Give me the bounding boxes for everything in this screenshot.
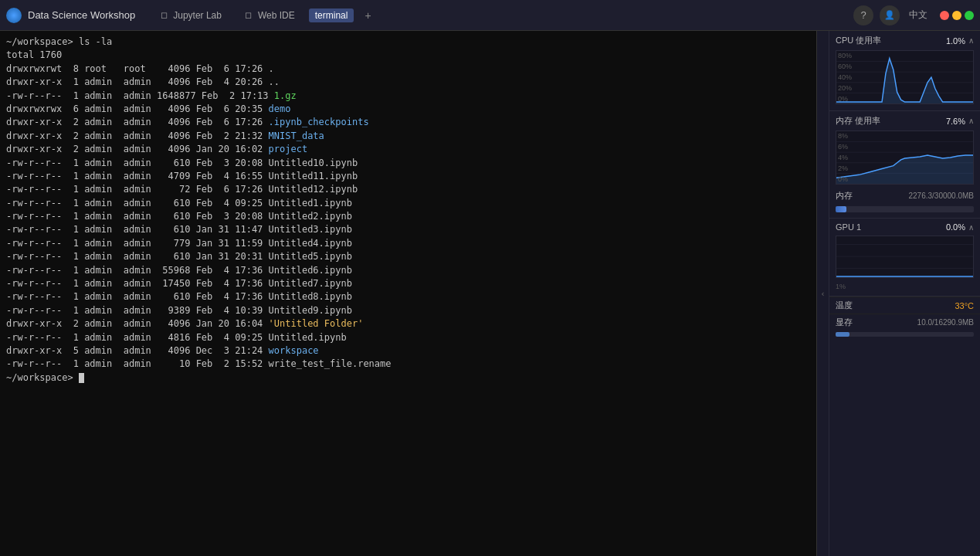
gpu-chart [836,236,974,278]
terminal-line-14: -rw-r--r-- 1 admin admin 610 Jan 31 11:4… [6,223,810,236]
temperature-label: 温度 [836,300,853,311]
memory-chart-svg [836,131,973,184]
memory-header: 内存 使用率 7.6% ∧ [829,111,980,129]
vram-row: 显存 10.0/16290.9MB [829,314,980,331]
terminal-line-5: drwxrwxrwx 6 admin admin 4096 Feb 6 20:3… [6,103,810,116]
vram-bar-fill [836,332,849,337]
help-button[interactable]: ? [853,5,873,25]
memory-bar [836,206,974,212]
titlebar: Data Science Workshop ◻ Jupyter Lab ◻ We… [0,0,980,31]
memory-chart-labels: 8% 6% 4% 2% 0% [838,131,848,184]
terminal-line-0: ~/workspace> ls -la [6,36,810,49]
collapse-panel-button[interactable]: ‹ [816,31,829,556]
gpu-value: 0.0% [946,222,965,232]
right-panel: CPU 使用率 1.0% ∧ 80% 60% 40% 20% 0% [829,31,980,556]
terminal-line-17: -rw-r--r-- 1 admin admin 55968 Feb 4 17:… [6,264,810,277]
terminal-line-22: -rw-r--r-- 1 admin admin 4816 Feb 4 09:2… [6,331,810,344]
vram-value: 10.0/16290.9MB [917,318,974,327]
tab-new[interactable]: + [360,8,375,23]
memory-chevron[interactable]: ∧ [968,117,974,125]
user-button[interactable]: 👤 [880,5,900,25]
cpu-chevron[interactable]: ∧ [968,36,974,45]
terminal-prompt-final: ~/workspace> [6,371,810,385]
terminal-line-6: drwxr-xr-x 2 admin admin 4096 Feb 6 17:2… [6,116,810,129]
window-controls [940,11,974,20]
terminal-line-3: drwxr-xr-x 1 admin admin 4096 Feb 4 20:2… [6,76,810,89]
gpu-section: GPU 1 0.0% ∧ 1% [829,219,980,297]
terminal-line-7: drwxr-xr-x 2 admin admin 4096 Feb 2 21:3… [6,130,810,143]
memory-section: 内存 使用率 7.6% ∧ 8% 6% 4% 2% 0% [829,111,980,219]
jupyter-icon: ◻ [158,10,169,21]
gpu-chevron[interactable]: ∧ [968,223,974,232]
terminal-line-2: drwxrwxrwt 8 root root 4096 Feb 6 17:26 … [6,63,810,76]
minimize-button[interactable] [952,11,961,20]
gpu-percent-row: 1% [829,281,980,293]
tab-jupyter[interactable]: ◻ Jupyter Lab [151,7,229,24]
memory-detail-label: 内存 [836,190,853,202]
terminal-line-15: -rw-r--r-- 1 admin admin 779 Jan 31 11:5… [6,237,810,250]
cpu-label: CPU 使用率 [836,35,881,46]
gpu-header: GPU 1 0.0% ∧ [829,219,980,234]
terminal-line-16: -rw-r--r-- 1 admin admin 610 Jan 31 20:3… [6,250,810,263]
svg-marker-9 [836,155,973,184]
memory-value: 7.6% [946,117,965,126]
language-button[interactable]: 中文 [906,7,931,23]
memory-bar-fill [836,206,846,212]
terminal-line-12: -rw-r--r-- 1 admin admin 610 Feb 4 09:25… [6,197,810,210]
cpu-chart-labels: 80% 60% 40% 20% 0% [838,51,852,103]
app-icon [6,8,22,23]
terminal-line-4: -rw-r--r-- 1 admin admin 1648877 Feb 2 1… [6,90,810,103]
maximize-button[interactable] [965,11,974,20]
terminal-line-11: -rw-r--r-- 1 admin admin 72 Feb 6 17:26 … [6,183,810,196]
terminal-line-24: -rw-r--r-- 1 admin admin 10 Feb 2 15:52 … [6,358,810,371]
cpu-chart-svg [836,51,973,103]
webide-icon: ◻ [243,10,254,21]
terminal-line-8: drwxr-xr-x 2 admin admin 4096 Jan 20 16:… [6,143,810,156]
main-area: ~/workspace> ls -la total 1760 drwxrwxrw… [0,31,980,556]
terminal-line-13: -rw-r--r-- 1 admin admin 610 Feb 3 20:08… [6,210,810,223]
cpu-header: CPU 使用率 1.0% ∧ [829,31,980,49]
titlebar-right: ? 👤 中文 [853,5,974,25]
terminal-line-9: -rw-r--r-- 1 admin admin 610 Feb 3 20:08… [6,157,810,170]
terminal-line-18: -rw-r--r-- 1 admin admin 17450 Feb 4 17:… [6,277,810,290]
vram-label: 显存 [836,317,853,328]
memory-chart: 8% 6% 4% 2% 0% [836,131,974,185]
memory-label: 内存 使用率 [836,115,880,127]
gpu-chart-svg [836,236,973,277]
terminal-line-23: drwxr-xr-x 5 admin admin 4096 Dec 3 21:2… [6,344,810,358]
terminal-line-1: total 1760 [6,49,810,62]
tab-webide[interactable]: ◻ Web IDE [236,7,303,24]
app-title: Data Science Workshop [28,9,135,21]
vram-bar [836,332,974,337]
terminal-line-20: -rw-r--r-- 1 admin admin 9389 Feb 4 10:3… [6,304,810,317]
svg-marker-4 [836,59,973,103]
temperature-row: 温度 33°C [829,297,980,314]
cpu-chart: 80% 60% 40% 20% 0% [836,50,974,104]
terminal-line-10: -rw-r--r-- 1 admin admin 4709 Feb 4 16:5… [6,170,810,183]
temperature-value: 33°C [955,301,974,310]
gpu-label: GPU 1 [836,222,861,232]
memory-detail-value: 2276.3/30000.0MB [908,192,974,200]
tab-terminal-active[interactable]: terminal [309,8,354,22]
cpu-value: 1.0% [946,36,965,46]
memory-detail-row: 内存 2276.3/30000.0MB [829,188,980,204]
cpu-section: CPU 使用率 1.0% ∧ 80% 60% 40% 20% 0% [829,31,980,111]
terminal-line-21: drwxr-xr-x 2 admin admin 4096 Jan 20 16:… [6,317,810,331]
close-button[interactable] [940,11,949,20]
terminal-line-19: -rw-r--r-- 1 admin admin 610 Feb 4 17:36… [6,290,810,303]
terminal[interactable]: ~/workspace> ls -la total 1760 drwxrwxrw… [0,31,816,556]
